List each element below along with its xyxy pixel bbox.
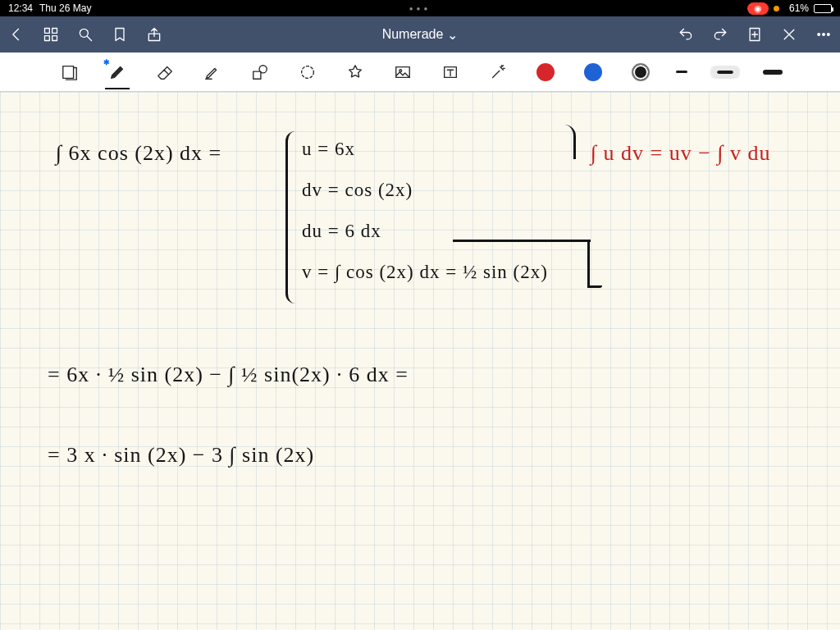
undo-button[interactable] bbox=[678, 26, 694, 43]
pen-tool[interactable]: ✱ bbox=[105, 60, 130, 84]
ibp-formula: ∫ u dv = uv − ∫ v du bbox=[591, 143, 771, 164]
ipad-status-bar: 12:34 Thu 26 May ●●● ◉ 61% bbox=[0, 0, 840, 16]
equation-line-3: = 3 x · sin (2x) − 3 ∫ sin (2x) bbox=[48, 445, 314, 466]
drawing-toolbar: ✱ bbox=[0, 52, 840, 92]
svg-point-19 bbox=[302, 66, 314, 78]
svg-line-6 bbox=[88, 37, 92, 41]
svg-rect-4 bbox=[52, 36, 57, 41]
new-page-button[interactable] bbox=[746, 26, 763, 43]
svg-rect-17 bbox=[253, 71, 261, 79]
svg-point-14 bbox=[823, 34, 825, 36]
screen-record-pill[interactable]: ◉ bbox=[747, 2, 769, 15]
svg-point-18 bbox=[259, 65, 267, 72]
color-black[interactable] bbox=[628, 60, 653, 84]
lasso-tool[interactable] bbox=[295, 60, 320, 84]
record-icon: ◉ bbox=[754, 3, 762, 14]
battery-percent: 61% bbox=[789, 2, 809, 14]
blue-swatch-icon bbox=[584, 63, 602, 81]
svg-point-15 bbox=[828, 34, 830, 36]
more-menu-button[interactable] bbox=[815, 26, 832, 43]
search-button[interactable] bbox=[77, 26, 94, 43]
document-title-dropdown[interactable]: Numerade ⌄ bbox=[382, 27, 459, 43]
eraser-tool[interactable] bbox=[153, 60, 177, 84]
svg-rect-16 bbox=[63, 66, 74, 78]
app-navbar: Numerade ⌄ bbox=[0, 16, 840, 52]
note-canvas[interactable]: ∫ 6x cos (2x) dx = u = 6x dv = cos (2x) … bbox=[0, 92, 840, 630]
chevron-down-icon: ⌄ bbox=[447, 27, 458, 43]
stroke-large[interactable] bbox=[763, 70, 783, 75]
redo-button[interactable] bbox=[712, 26, 728, 43]
svg-rect-1 bbox=[45, 29, 50, 34]
equation-line-1: ∫ 6x cos (2x) dx = bbox=[56, 143, 221, 164]
hook-top-icon bbox=[453, 125, 576, 159]
grid-view-button[interactable] bbox=[43, 26, 59, 43]
hook-tail-icon bbox=[587, 285, 602, 288]
bookmark-button[interactable] bbox=[112, 26, 128, 43]
bluetooth-stylus-icon: ✱ bbox=[103, 58, 110, 66]
color-red[interactable] bbox=[533, 60, 558, 84]
svg-point-13 bbox=[818, 34, 820, 36]
share-button[interactable] bbox=[146, 26, 162, 43]
laser-pointer-tool[interactable] bbox=[486, 60, 510, 84]
home-indicator-dots[interactable]: ●●● bbox=[409, 5, 431, 12]
equation-line-2: = 6x · ½ sin (2x) − ∫ ½ sin(2x) · 6 dx = bbox=[48, 364, 409, 386]
battery-icon bbox=[814, 4, 832, 13]
svg-rect-2 bbox=[52, 29, 57, 34]
back-button[interactable] bbox=[8, 26, 25, 43]
stroke-small[interactable] bbox=[676, 71, 687, 73]
brace-icon bbox=[285, 131, 297, 304]
stroke-medium[interactable] bbox=[710, 66, 740, 79]
highlighter-tool[interactable] bbox=[200, 60, 225, 84]
document-title: Numerade bbox=[382, 27, 444, 42]
sub-dv: dv = cos (2x) bbox=[302, 180, 413, 199]
color-blue[interactable] bbox=[581, 60, 605, 84]
grid-background bbox=[0, 92, 840, 630]
sub-u: u = 6x bbox=[302, 139, 355, 158]
mic-in-use-indicator-icon bbox=[774, 6, 779, 11]
read-mode-tool[interactable] bbox=[57, 60, 82, 84]
stickers-tool[interactable] bbox=[343, 60, 368, 84]
black-swatch-icon bbox=[632, 63, 650, 81]
close-button[interactable] bbox=[781, 26, 797, 43]
hook-bottom-icon bbox=[453, 240, 591, 242]
svg-point-21 bbox=[399, 69, 402, 71]
status-time: 12:34 bbox=[8, 2, 33, 14]
hook-drop-icon bbox=[587, 240, 590, 287]
sub-v: v = ∫ cos (2x) dx = ½ sin (2x) bbox=[302, 262, 548, 281]
red-swatch-icon bbox=[536, 63, 555, 81]
shapes-tool[interactable] bbox=[248, 60, 272, 84]
svg-point-5 bbox=[80, 29, 88, 37]
status-date: Thu 26 May bbox=[39, 2, 91, 14]
sub-du: du = 6 dx bbox=[302, 221, 381, 240]
text-tool[interactable] bbox=[438, 60, 463, 84]
image-tool[interactable] bbox=[390, 60, 415, 84]
svg-rect-3 bbox=[45, 36, 50, 41]
